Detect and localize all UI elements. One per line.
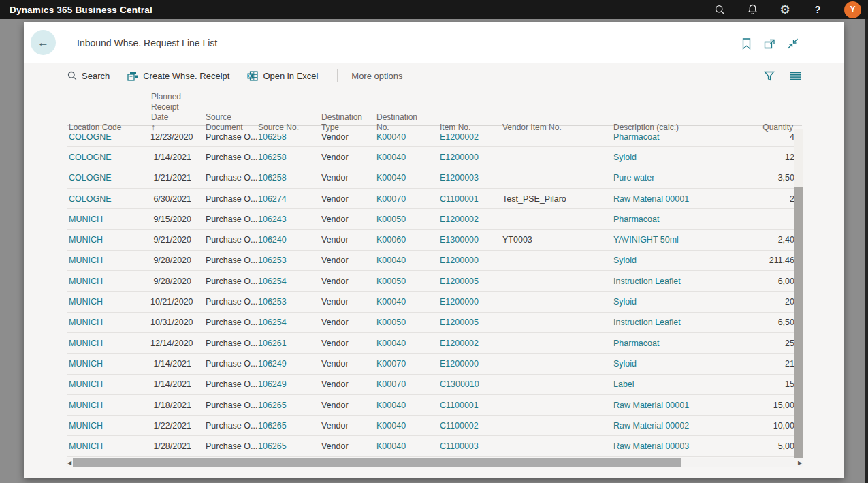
cell-description[interactable]: Pharmacoat [612,339,748,348]
settings-gear-icon[interactable]: ⚙ [779,3,791,16]
back-button[interactable]: ← [31,30,56,55]
cell-destination-no[interactable]: K00070 [375,379,438,389]
cell-item-no[interactable]: E1200002 [438,215,501,224]
cell-source-document[interactable]: Purchase O... [194,255,257,265]
cell-planned-receipt-date[interactable]: 1/18/2021 [149,401,194,410]
cell-source-document[interactable]: Purchase O... [194,173,257,183]
search-button[interactable]: Search [67,71,110,81]
cell-source-no[interactable]: 106265 [257,401,320,410]
notifications-bell-icon[interactable] [746,3,758,16]
cell-destination-type[interactable]: Vendor [320,297,375,307]
table-row[interactable]: COLOGNE 12/23/2020 Purchase O... 106258 … [67,127,802,147]
cell-source-document[interactable]: Purchase O... [194,277,257,286]
horizontal-scrollbar[interactable]: ◀ ▶ [66,458,803,467]
cell-source-no[interactable]: 106265 [257,421,320,431]
table-row[interactable]: MUNICH 9/15/2020 Purchase O... 106243 Ve… [67,209,802,230]
cell-destination-no[interactable]: K00040 [375,297,438,307]
cell-source-document[interactable]: Purchase O... [194,215,257,224]
cell-location-code[interactable]: MUNICH [67,235,149,245]
table-row[interactable]: COLOGNE 1/14/2021 Purchase O... 106258 V… [67,147,802,168]
cell-destination-no[interactable]: K00070 [375,359,438,369]
cell-description[interactable]: Instruction Leaflet [612,277,748,286]
cell-source-document[interactable]: Purchase O... [194,441,257,451]
cell-source-document[interactable]: Purchase O... [194,153,257,162]
table-row[interactable]: COLOGNE 1/21/2021 Purchase O... 106258 V… [67,168,802,189]
list-view-icon[interactable] [788,69,802,82]
vertical-scrollbar[interactable] [794,129,803,458]
cell-destination-no[interactable]: K00040 [375,132,438,142]
cell-planned-receipt-date[interactable]: 1/21/2021 [149,173,194,183]
cell-destination-no[interactable]: K00050 [375,277,438,286]
cell-location-code[interactable]: MUNICH [67,215,149,224]
cell-description[interactable]: Pure water [612,173,748,183]
cell-destination-type[interactable]: Vendor [320,235,375,245]
cell-destination-type[interactable]: Vendor [320,255,375,265]
cell-source-document[interactable]: Purchase O... [194,317,257,327]
open-in-new-window-icon[interactable] [762,37,776,50]
cell-destination-type[interactable]: Vendor [320,194,375,204]
collapse-icon[interactable] [786,37,799,50]
cell-planned-receipt-date[interactable]: 1/22/2021 [149,421,194,431]
cell-description[interactable]: Raw Material 00001 [612,194,748,204]
cell-planned-receipt-date[interactable]: 10/31/2020 [149,317,194,327]
cell-item-no[interactable]: E1200000 [438,359,501,369]
cell-destination-type[interactable]: Vendor [320,173,375,183]
help-icon[interactable]: ? [811,3,824,16]
cell-source-no[interactable]: 106249 [257,379,320,389]
cell-vendor-item-no[interactable]: YT0003 [501,235,612,245]
cell-planned-receipt-date[interactable]: 9/21/2020 [149,235,194,245]
more-options-button[interactable]: More options [351,71,402,81]
cell-source-document[interactable]: Purchase O... [194,235,257,245]
table-row[interactable]: MUNICH 12/14/2020 Purchase O... 106261 V… [67,333,802,354]
cell-location-code[interactable]: MUNICH [67,441,149,451]
cell-source-document[interactable]: Purchase O... [194,379,257,389]
cell-item-no[interactable]: E1200005 [438,317,501,327]
table-row[interactable]: MUNICH 10/21/2020 Purchase O... 106253 V… [67,292,802,312]
cell-planned-receipt-date[interactable]: 9/28/2020 [149,255,194,265]
cell-source-no[interactable]: 106254 [257,277,320,286]
cell-source-no[interactable]: 106243 [257,215,320,224]
cell-item-no[interactable]: C1100001 [438,194,501,204]
cell-destination-no[interactable]: K00040 [375,441,438,451]
cell-description[interactable]: Pharmacoat [612,132,748,142]
cell-destination-type[interactable]: Vendor [320,277,375,286]
cell-planned-receipt-date[interactable]: 12/14/2020 [149,339,194,348]
cell-source-no[interactable]: 106258 [257,173,320,183]
cell-destination-type[interactable]: Vendor [320,317,375,327]
cell-location-code[interactable]: COLOGNE [67,194,149,204]
cell-description[interactable]: Syloid [612,255,748,265]
cell-item-no[interactable]: C1100002 [438,421,501,431]
cell-planned-receipt-date[interactable]: 1/14/2021 [149,359,194,369]
cell-source-document[interactable]: Purchase O... [194,339,257,348]
cell-source-no[interactable]: 106274 [257,194,320,204]
cell-planned-receipt-date[interactable]: 9/15/2020 [149,215,194,224]
avatar[interactable]: Y [844,1,861,18]
cell-item-no[interactable]: E1200000 [438,255,501,265]
cell-source-document[interactable]: Purchase O... [194,132,257,142]
cell-planned-receipt-date[interactable]: 1/14/2021 [149,153,194,162]
cell-location-code[interactable]: MUNICH [67,379,149,389]
table-row[interactable]: MUNICH 9/28/2020 Purchase O... 106253 Ve… [67,251,802,271]
table-row[interactable]: MUNICH 1/18/2021 Purchase O... 106265 Ve… [67,395,802,416]
cell-location-code[interactable]: MUNICH [67,317,149,327]
cell-description[interactable]: Label [612,379,748,389]
cell-destination-no[interactable]: K00060 [375,235,438,245]
cell-destination-type[interactable]: Vendor [320,441,375,451]
cell-source-document[interactable]: Purchase O... [194,401,257,410]
cell-item-no[interactable]: E1200002 [438,132,501,142]
vertical-scrollbar-thumb[interactable] [794,187,803,458]
cell-source-no[interactable]: 106249 [257,359,320,369]
cell-planned-receipt-date[interactable]: 1/14/2021 [149,379,194,389]
cell-planned-receipt-date[interactable]: 12/23/2020 [149,132,194,142]
cell-location-code[interactable]: COLOGNE [67,173,149,183]
cell-item-no[interactable]: E1200003 [438,173,501,183]
table-row[interactable]: MUNICH 10/31/2020 Purchase O... 106254 V… [67,313,802,333]
cell-description[interactable]: Syloid [612,297,748,307]
cell-description[interactable]: Instruction Leaflet [612,317,748,327]
cell-vendor-item-no[interactable]: Test_PSE_Pilaro [501,194,612,204]
filter-icon[interactable] [762,69,776,82]
cell-planned-receipt-date[interactable]: 9/28/2020 [149,277,194,286]
cell-item-no[interactable]: E1200000 [438,153,501,162]
cell-item-no[interactable]: C1100001 [438,401,501,410]
cell-location-code[interactable]: MUNICH [67,255,149,265]
